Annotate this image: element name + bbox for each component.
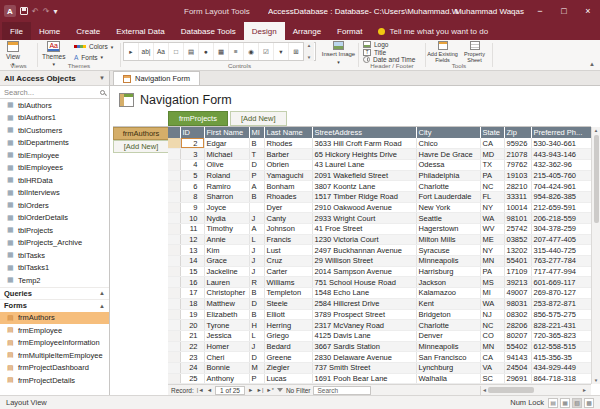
cell[interactable]: Kalamazoo [416,288,480,299]
cell[interactable]: R [249,277,264,288]
new-record-button[interactable]: ►* [266,387,274,393]
column-header-first-name[interactable]: First Name [204,127,249,138]
cell[interactable]: 25742 [504,224,531,235]
cell[interactable]: PA [480,266,504,277]
cell[interactable]: 55401 [504,256,531,267]
cell[interactable]: Lynchburg [416,362,480,373]
cell[interactable]: Jackeline [204,266,249,277]
navpane-item-tblprojects[interactable]: ▦tblProjects [0,224,109,237]
cell[interactable]: Ramiro [204,181,249,192]
scroll-up-icon[interactable]: ▲ [592,128,600,133]
tab-control-icon[interactable]: ▤ [184,43,199,60]
column-header-zip[interactable]: Zip [504,127,531,138]
cell[interactable]: 11 [180,224,204,235]
cell[interactable]: 39213 [504,277,531,288]
cell[interactable]: 16 [180,277,204,288]
cell[interactable]: 21078 [504,149,531,160]
cell[interactable]: A [249,181,264,192]
tell-me-box[interactable]: Tell me what you want to do [370,22,496,40]
cell[interactable]: B [249,309,264,320]
navpane-item-tblhrdata[interactable]: ▦tblHRData [0,174,109,187]
cell[interactable]: 612-558-515 [531,341,591,352]
cell[interactable]: 215-405-760 [531,170,591,181]
cell[interactable]: SC [480,373,504,384]
nav-tab-add-new-horizontal[interactable]: [Add New] [230,111,287,126]
cell[interactable]: M [249,362,264,373]
cell[interactable]: 315-440-725 [531,245,591,256]
scroll-left-icon[interactable]: ◄ [482,387,487,393]
nav-tab-add-new-vertical[interactable]: [Add New] [113,140,168,153]
cell[interactable]: 28206 [504,320,531,331]
cell[interactable]: D [249,159,264,170]
insert-image-button[interactable]: Insert Image ▾ [321,41,356,65]
account-name[interactable]: Muhammad Waqas [455,0,524,22]
cell[interactable]: Barber [264,149,312,160]
cell[interactable]: B [249,138,264,149]
row-selector[interactable] [168,191,180,202]
option-group-control-icon[interactable]: ◉ [244,43,259,60]
cell[interactable]: 3789 Prospect Street [312,309,416,320]
cell[interactable]: A [249,224,264,235]
cell[interactable]: 3807 Koontz Lane [312,181,416,192]
cell[interactable]: New York [416,202,480,213]
cell[interactable]: 3 [180,149,204,160]
cell[interactable]: Jackson [416,277,480,288]
cell[interactable]: Yamaguchi [264,170,312,181]
cell[interactable]: 1230 Victoria Court [312,234,416,245]
cell[interactable]: CA [480,352,504,363]
row-selector[interactable] [168,352,180,363]
select-all-cell[interactable] [168,127,180,138]
cell[interactable]: Milton Mills [416,234,480,245]
cell[interactable]: Michael [204,149,249,160]
maximize-button[interactable]: □ [552,0,576,22]
cell[interactable]: 20 [180,320,204,331]
cell[interactable]: 13 [180,245,204,256]
cell[interactable]: 94143 [504,352,531,363]
undo-icon[interactable]: ↶ [32,7,39,16]
cell[interactable]: Odessa [416,159,480,170]
select-pointer-icon[interactable]: ▸ [124,43,139,60]
nav-tab-frmauthors[interactable]: frmAuthors [113,127,168,140]
row-selector[interactable] [168,138,180,149]
cell[interactable]: 206-218-559 [531,213,591,224]
cell[interactable]: Charlotte [416,320,480,331]
row-selector[interactable] [168,362,180,373]
row-selector[interactable] [168,213,180,224]
collapse-chevron-icon[interactable]: ▲ [99,303,105,309]
navpane-item-tblprojects-archive[interactable]: ▦tblProjects_Archive [0,237,109,250]
ribbon-tab-design[interactable]: Design [244,22,285,40]
row-selector[interactable] [168,245,180,256]
column-header-city[interactable]: City [416,127,480,138]
filter-icon[interactable] [277,388,283,392]
row-selector[interactable] [168,266,180,277]
cell[interactable]: 432-362-96 [531,159,591,170]
next-record-button[interactable]: ► [248,387,253,393]
cell[interactable]: 33311 [504,191,531,202]
cell[interactable]: 29691 [504,373,531,384]
cell[interactable]: 24 [180,362,204,373]
cell[interactable]: J [249,341,264,352]
navpane-item-tblorders[interactable]: ▦tblOrders [0,199,109,212]
gallery-scroll[interactable]: ▲ ▼ [303,42,314,61]
cell[interactable]: L [249,234,264,245]
datasheet-view-icon[interactable]: ▤ [548,398,558,408]
navpane-header[interactable]: All Access Objects ▼ [0,71,109,86]
cell[interactable]: 19103 [504,170,531,181]
cell[interactable]: Fort Lauderdale [416,191,480,202]
cell[interactable]: 828-221-431 [531,320,591,331]
cell[interactable]: 4125 Davis Lane [312,330,416,341]
horizontal-scrollbar[interactable]: ◄ ► [480,386,588,395]
ribbon-tab-external-data[interactable]: External Data [108,22,172,40]
cell[interactable]: 41 Froe Street [312,224,416,235]
ribbon-tab-format[interactable]: Format [329,22,370,40]
cell[interactable]: 864-718-318 [531,373,591,384]
cell[interactable]: 856-575-275 [531,309,591,320]
cell[interactable]: P [249,170,264,181]
navpane-item-tblemployee[interactable]: ▦tblEmployee [0,149,109,162]
cell[interactable]: 763-277-784 [531,256,591,267]
cell[interactable]: Cruz [264,256,312,267]
cell[interactable]: 954-826-385 [531,191,591,202]
scroll-down-icon[interactable]: ▼ [592,378,600,383]
cell[interactable]: Minneapolis [416,341,480,352]
cell[interactable]: Williams [264,277,312,288]
